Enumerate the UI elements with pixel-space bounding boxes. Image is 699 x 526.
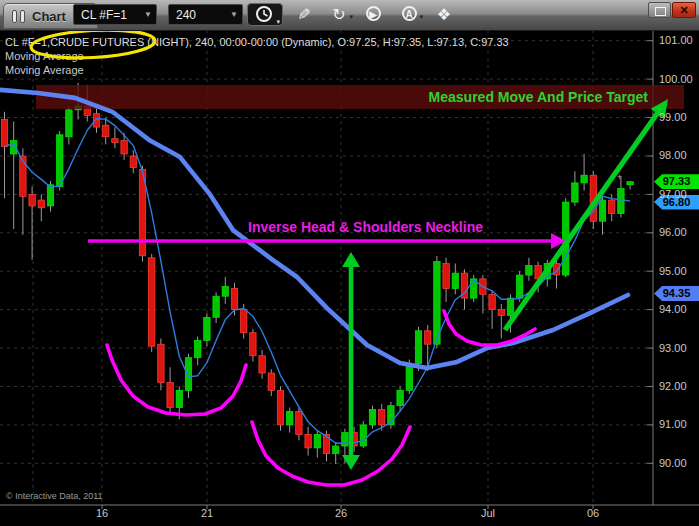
diamond-arrows-icon: ❖: [437, 6, 451, 23]
auto-scale-button[interactable]: A ▾: [396, 4, 422, 26]
chart-tab-icon: [12, 10, 26, 23]
symbol-select-value: CL #F=1: [81, 8, 127, 22]
neckline-annotation: Inverse Head & Shoulders Neckline: [248, 219, 483, 235]
symbol-header: CL #F=1,CRUDE FUTURES (NIGHT), 240, 00:0…: [5, 36, 509, 48]
restore-window-button[interactable]: [648, 2, 671, 18]
svg-text:+: +: [617, 172, 622, 182]
close-window-button[interactable]: ✕: [672, 2, 696, 18]
play-button[interactable]: ▶: [360, 4, 386, 26]
y-axis-label: 91.00: [659, 418, 687, 430]
close-icon: ✕: [679, 4, 688, 16]
chevron-down-icon: ▾: [276, 18, 280, 26]
x-axis-label: 21: [201, 507, 213, 519]
interval-select-value: 240: [176, 8, 196, 22]
draw-pencil-button[interactable]: ✎: [291, 4, 317, 26]
slow-ma-bubble: 94.35: [654, 286, 699, 301]
transform-tool-button[interactable]: ❖: [431, 4, 457, 26]
y-axis-label: 99.00: [659, 111, 687, 123]
price-chart-canvas[interactable]: +: [0, 0, 699, 526]
y-axis-label: 90.00: [659, 457, 687, 469]
auto-a-icon: A: [402, 6, 417, 21]
redo-arrow-icon: ↻: [332, 6, 345, 23]
chart-window: + CL #F=1,CRUDE FUTURES (NIGHT), 240, 00…: [0, 0, 699, 526]
x-axis-label: Jul: [481, 507, 495, 519]
y-axis-label: 95.00: [659, 265, 687, 277]
y-axis-label: 100.00: [659, 73, 693, 85]
y-axis-label: 101.00: [659, 34, 693, 46]
chevron-down-icon: ▼: [230, 4, 238, 25]
x-axis-label: 06: [587, 507, 599, 519]
redo-tool-button[interactable]: ↻ ▾: [326, 4, 352, 26]
play-icon: ▶: [366, 6, 381, 21]
chevron-down-icon: ▼: [144, 4, 152, 25]
indicator-label-1: Moving Average: [5, 50, 84, 62]
y-axis-label: 92.00: [659, 380, 687, 392]
copyright-notice: © Interactive Data, 2011: [6, 491, 103, 501]
time-interval-button[interactable]: ▾: [247, 3, 283, 26]
symbol-select[interactable]: CL #F=1 ▼: [73, 4, 157, 25]
restore-icon: [655, 7, 666, 16]
measured-move-annotation: Measured Move And Price Target: [429, 89, 648, 105]
y-axis-label: 98.00: [659, 149, 687, 161]
x-axis-label: 26: [335, 507, 347, 519]
interval-select[interactable]: 240 ▼: [168, 4, 243, 25]
y-axis-label: 94.00: [659, 303, 687, 315]
indicator-label-2: Moving Average: [5, 64, 84, 76]
x-axis-label: 16: [96, 507, 108, 519]
y-axis-label: 97.00: [659, 188, 687, 200]
chevron-down-icon: ▾: [349, 6, 353, 28]
y-axis-label: 93.00: [659, 342, 687, 354]
toolbar: Chart CL #F=1 ▼ 240 ▼ ▾ ✎ ↻ ▾ ▶ A: [0, 0, 699, 31]
chart-tab-label: Chart: [32, 9, 66, 24]
pencil-icon: ✎: [297, 6, 310, 23]
chevron-down-icon: ▾: [419, 6, 423, 28]
y-axis-label: 96.00: [659, 226, 687, 238]
